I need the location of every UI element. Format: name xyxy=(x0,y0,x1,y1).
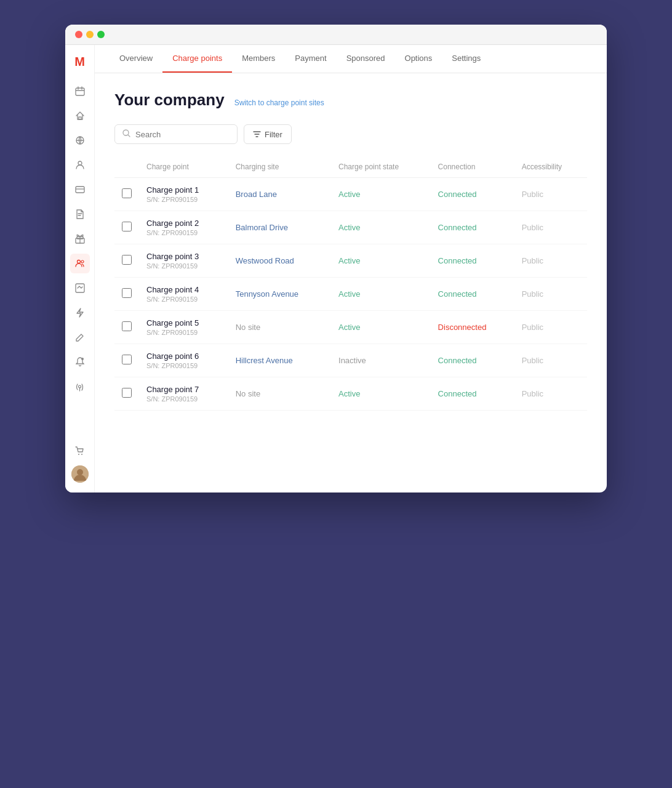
main-content: Overview Charge points Members Payment S… xyxy=(95,45,607,492)
row-checkbox[interactable] xyxy=(122,321,132,331)
connection-value: Connected xyxy=(438,223,477,232)
table-row: Charge point 4 S/N: ZPR090159 Tennyson A… xyxy=(114,278,587,311)
svg-point-7 xyxy=(77,260,80,263)
sidebar-item-card[interactable] xyxy=(70,180,90,199)
charge-points-table: Charge point Charging site Charge point … xyxy=(114,156,587,411)
filter-icon xyxy=(253,131,261,137)
sidebar-item-person[interactable] xyxy=(70,155,90,175)
sidebar-item-calendar[interactable] xyxy=(70,81,90,101)
maximize-btn[interactable] xyxy=(97,31,105,38)
charge-point-name: Charge point 3 xyxy=(146,252,221,261)
sidebar-item-globe[interactable] xyxy=(70,131,90,150)
svg-point-3 xyxy=(78,161,82,165)
accessibility-cell: Public xyxy=(514,311,587,344)
charge-point-cell: Charge point 5 S/N: ZPR090159 xyxy=(139,311,228,344)
charge-point-name: Charge point 6 xyxy=(146,352,221,361)
charge-point-name: Charge point 2 xyxy=(146,219,221,228)
row-checkbox[interactable] xyxy=(122,288,132,298)
row-checkbox-cell xyxy=(114,211,139,244)
accessibility-value: Public xyxy=(522,190,543,199)
page-title: Your company xyxy=(114,90,225,110)
sidebar-item-edit[interactable] xyxy=(70,328,90,347)
connection-cell: Connected xyxy=(431,377,514,411)
filter-button[interactable]: Filter xyxy=(244,124,292,144)
state-value: Active xyxy=(338,223,360,232)
tab-members[interactable]: Members xyxy=(232,45,285,73)
charge-point-serial: S/N: ZPR090159 xyxy=(146,262,221,270)
tab-overview[interactable]: Overview xyxy=(110,45,162,73)
sidebar-item-home[interactable] xyxy=(70,106,90,126)
table-row: Charge point 7 S/N: ZPR090159 No site Ac… xyxy=(114,377,587,411)
charge-point-serial: S/N: ZPR090159 xyxy=(146,229,221,236)
site-link[interactable]: Westwood Road xyxy=(236,256,294,265)
sidebar-item-chart[interactable] xyxy=(70,278,90,298)
charging-site-cell: Hillcrest Avenue xyxy=(228,344,331,377)
charging-site-cell: Tennyson Avenue xyxy=(228,278,331,311)
row-checkbox-cell xyxy=(114,377,139,411)
sidebar-item-gift[interactable] xyxy=(70,229,90,249)
svg-rect-9 xyxy=(76,284,84,292)
table-row: Charge point 6 S/N: ZPR090159 Hillcrest … xyxy=(114,344,587,377)
sidebar-item-broadcast[interactable] xyxy=(70,377,90,396)
no-site-label: No site xyxy=(236,389,260,398)
tab-sponsored[interactable]: Sponsored xyxy=(337,45,395,73)
charging-site-cell: No site xyxy=(228,311,331,344)
search-input[interactable] xyxy=(135,130,230,139)
charging-site-cell: Balmoral Drive xyxy=(228,211,331,244)
row-checkbox-cell xyxy=(114,311,139,344)
accessibility-cell: Public xyxy=(514,344,587,377)
accessibility-value: Public xyxy=(522,389,543,398)
charge-point-serial: S/N: ZPR090159 xyxy=(146,362,221,369)
table-row: Charge point 5 S/N: ZPR090159 No site Ac… xyxy=(114,311,587,344)
svg-rect-4 xyxy=(76,187,84,193)
accessibility-value: Public xyxy=(522,256,543,265)
minimize-btn[interactable] xyxy=(86,31,94,38)
sidebar-item-bell[interactable] xyxy=(70,352,90,372)
col-connection: Connection xyxy=(431,156,514,178)
tab-settings[interactable]: Settings xyxy=(442,45,490,73)
site-link[interactable]: Broad Lane xyxy=(236,190,277,199)
state-value: Active xyxy=(338,323,360,332)
charge-point-cell: Charge point 2 S/N: ZPR090159 xyxy=(139,211,228,244)
connection-cell: Disconnected xyxy=(431,311,514,344)
charge-point-serial: S/N: ZPR090159 xyxy=(146,296,221,303)
site-link[interactable]: Balmoral Drive xyxy=(236,223,288,232)
svg-point-8 xyxy=(81,260,84,263)
tab-charge-points[interactable]: Charge points xyxy=(162,45,232,73)
top-nav: Overview Charge points Members Payment S… xyxy=(95,45,607,73)
svg-point-12 xyxy=(81,454,82,455)
sidebar-item-document[interactable] xyxy=(70,204,90,224)
row-checkbox[interactable] xyxy=(122,255,132,265)
row-checkbox-cell xyxy=(114,178,139,211)
site-link[interactable]: Tennyson Avenue xyxy=(236,289,298,299)
row-checkbox[interactable] xyxy=(122,355,132,364)
toolbar: Filter xyxy=(114,124,587,144)
connection-value: Connected xyxy=(438,190,477,199)
row-checkbox[interactable] xyxy=(122,188,132,198)
charge-point-cell: Charge point 4 S/N: ZPR090159 xyxy=(139,278,228,311)
row-checkbox[interactable] xyxy=(122,222,132,231)
close-btn[interactable] xyxy=(75,31,82,38)
site-link[interactable]: Hillcrest Avenue xyxy=(236,356,293,365)
charge-point-serial: S/N: ZPR090159 xyxy=(146,395,221,403)
connection-cell: Connected xyxy=(431,178,514,211)
tab-options[interactable]: Options xyxy=(395,45,442,73)
row-checkbox[interactable] xyxy=(122,388,132,398)
state-value: Active xyxy=(338,289,360,299)
sidebar-item-bolt[interactable] xyxy=(70,303,90,323)
col-accessibility: Accessibility xyxy=(514,156,587,178)
charge-point-name: Charge point 5 xyxy=(146,318,221,328)
app-window: M xyxy=(65,25,607,492)
row-checkbox-cell xyxy=(114,278,139,311)
state-cell: Active xyxy=(331,377,431,411)
sidebar-item-users[interactable] xyxy=(70,254,90,273)
switch-link[interactable]: Switch to charge point sites xyxy=(234,98,324,107)
tab-payment[interactable]: Payment xyxy=(285,45,336,73)
search-box[interactable] xyxy=(114,124,238,144)
sidebar: M xyxy=(65,45,95,492)
avatar[interactable] xyxy=(71,465,89,483)
connection-cell: Connected xyxy=(431,344,514,377)
charge-point-serial: S/N: ZPR090159 xyxy=(146,196,221,203)
charge-point-cell: Charge point 1 S/N: ZPR090159 xyxy=(139,178,228,211)
sidebar-item-cart[interactable] xyxy=(70,441,90,460)
